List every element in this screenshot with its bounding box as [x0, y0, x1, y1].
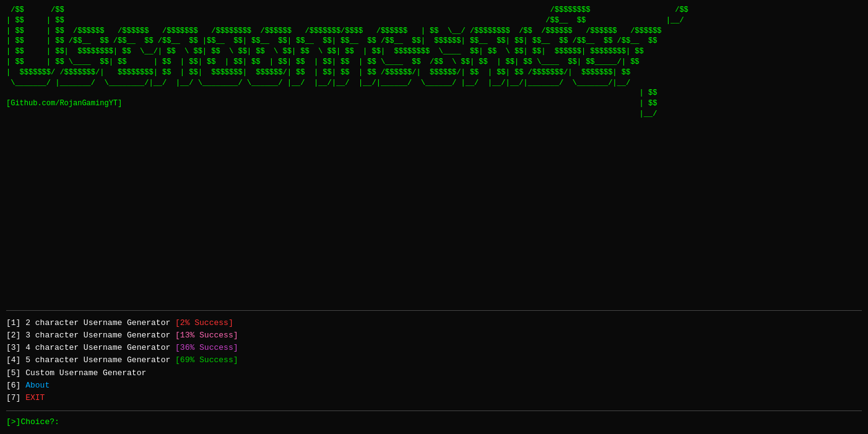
menu-item-4[interactable]: [4] 5 character Username Generator [69% … [6, 354, 862, 367]
menu-item-6[interactable]: [6] About [6, 380, 862, 392]
choice-label: Choice?: [20, 417, 59, 427]
menu-item-3[interactable]: [3] 4 character Username Generator [36% … [6, 342, 862, 354]
choice-input[interactable] [59, 417, 183, 427]
ascii-banner: /$$ /$$ /$$$$$$$$ /$$ | $$ | $$ [6, 5, 862, 119]
prompt-label: [>] [6, 417, 20, 427]
input-section: [>] Choice?: [6, 415, 862, 429]
terminal: /$$ /$$ /$$$$$$$$ /$$ | $$ | $$ [0, 0, 868, 434]
bottom-divider [6, 410, 862, 411]
top-divider [6, 310, 862, 311]
ascii-art-section: /$$ /$$ /$$$$$$$$ /$$ | $$ | $$ [6, 5, 862, 306]
menu-section: [1] 2 character Username Generator [2% S… [6, 315, 862, 407]
menu-item-1[interactable]: [1] 2 character Username Generator [2% S… [6, 317, 862, 329]
menu-item-5[interactable]: [5] Custom Username Generator [6, 367, 862, 380]
menu-item-2[interactable]: [2] 3 character Username Generator [13% … [6, 329, 862, 342]
menu-item-7[interactable]: [7] EXIT [6, 392, 862, 404]
